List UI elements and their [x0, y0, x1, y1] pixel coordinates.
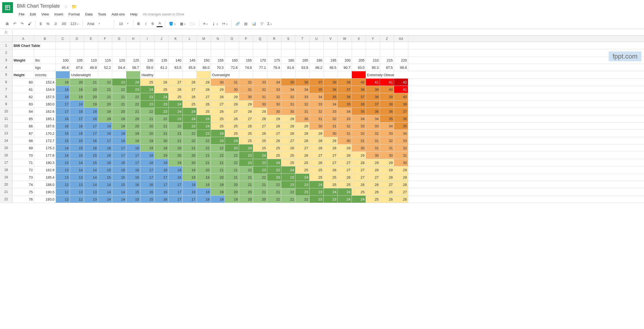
cell[interactable]: 31 — [324, 122, 338, 130]
cell[interactable]: 33 — [295, 93, 310, 100]
cell[interactable]: 37 — [394, 108, 408, 115]
cell[interactable]: 81.6 — [281, 64, 295, 71]
cell[interactable] — [324, 42, 338, 49]
cell[interactable]: 23 — [225, 144, 239, 151]
col-header-W[interactable]: W — [338, 36, 352, 42]
cell[interactable]: 18 — [140, 159, 154, 166]
cell[interactable]: 24 — [338, 196, 352, 203]
legend-healthy-swatch[interactable] — [126, 71, 140, 78]
cell[interactable] — [183, 71, 197, 78]
cell[interactable]: 42 — [394, 79, 408, 86]
cell[interactable]: 33 — [253, 79, 267, 86]
cell[interactable]: 23 — [239, 159, 253, 166]
cell[interactable]: 21 — [140, 115, 154, 122]
percent-button[interactable]: % — [45, 21, 51, 27]
col-header-L[interactable]: L — [183, 36, 197, 42]
cell[interactable]: 22 — [197, 137, 211, 144]
cell[interactable]: 59.0 — [140, 64, 154, 71]
cell[interactable]: 110 — [84, 57, 98, 64]
cell[interactable]: 27 — [295, 144, 310, 151]
cell[interactable]: 24 — [295, 174, 310, 181]
cell[interactable] — [366, 49, 380, 56]
cell[interactable]: 19 — [84, 101, 98, 108]
cell[interactable]: 12 — [56, 196, 70, 203]
cell[interactable]: 17 — [84, 130, 98, 137]
cell[interactable]: 28 — [253, 115, 267, 122]
cell[interactable]: 25 — [169, 93, 183, 100]
cell[interactable]: 62 — [12, 93, 34, 100]
cell[interactable]: 26 — [169, 86, 183, 93]
cell[interactable]: 205 — [352, 57, 366, 64]
cell[interactable]: 25 — [352, 188, 366, 195]
cell[interactable]: 29 — [267, 115, 281, 122]
cell[interactable]: 19 — [70, 93, 84, 100]
cell[interactable]: 27 — [211, 101, 225, 108]
cell[interactable]: 21 — [169, 137, 183, 144]
cell[interactable]: 73 — [12, 174, 34, 181]
cell[interactable]: 20 — [84, 93, 98, 100]
cell[interactable] — [295, 49, 310, 56]
cell[interactable]: 32 — [380, 137, 394, 144]
cell[interactable]: 19 — [70, 86, 84, 93]
cell[interactable]: 28 — [338, 152, 352, 159]
strike-button[interactable]: S — [150, 21, 156, 27]
cell[interactable]: 19 — [183, 166, 197, 173]
cell[interactable]: 70 — [12, 152, 34, 159]
cell[interactable]: 26 — [253, 130, 267, 137]
col-header-P[interactable]: P — [239, 36, 253, 42]
cell[interactable]: 20 — [253, 196, 267, 203]
cell[interactable]: 25 — [310, 166, 324, 173]
cell[interactable]: 18 — [183, 188, 197, 195]
cell[interactable]: 86.2 — [310, 64, 324, 71]
cell[interactable]: 182.9 — [34, 166, 56, 173]
cell[interactable]: 23 — [281, 181, 295, 188]
cell[interactable]: 17 — [112, 144, 126, 151]
cell[interactable]: 33 — [338, 115, 352, 122]
cell[interactable]: 135 — [154, 57, 169, 64]
cell[interactable] — [154, 42, 169, 49]
cell[interactable]: 15 — [56, 130, 70, 137]
cell[interactable]: 32 — [394, 144, 408, 151]
fill-color-button[interactable]: 🪣 ▾ — [167, 21, 177, 27]
cell[interactable]: 33 — [310, 101, 324, 108]
cell[interactable]: 31 — [239, 86, 253, 93]
cell[interactable]: 71 — [12, 159, 34, 166]
cell[interactable]: 25 — [253, 137, 267, 144]
cell[interactable]: 13 — [70, 174, 84, 181]
cell[interactable] — [169, 71, 183, 78]
cell[interactable]: 24 — [183, 115, 197, 122]
cell[interactable]: 23 — [253, 166, 267, 173]
cell[interactable]: 24 — [338, 188, 352, 195]
cell[interactable]: 23 — [281, 174, 295, 181]
cell[interactable]: 36 — [338, 93, 352, 100]
cell[interactable]: 23 — [211, 137, 225, 144]
col-header-F[interactable]: F — [98, 36, 112, 42]
cell[interactable]: 27 — [183, 86, 197, 93]
cell[interactable]: 61 — [12, 86, 34, 93]
cell[interactable]: 39 — [338, 79, 352, 86]
cell[interactable]: 28 — [197, 86, 211, 93]
cell[interactable] — [154, 71, 169, 78]
cell[interactable]: 34 — [324, 101, 338, 108]
cell[interactable]: 21 — [126, 108, 140, 115]
decrease-decimal-button[interactable]: .0 — [52, 21, 59, 27]
cell[interactable]: 24 — [169, 101, 183, 108]
cell[interactable] — [380, 42, 394, 49]
cell[interactable]: 22 — [239, 166, 253, 173]
cell[interactable]: 22 — [281, 188, 295, 195]
comment-icon[interactable]: ▤ — [243, 21, 249, 27]
cell[interactable]: 22 — [183, 137, 197, 144]
cell[interactable]: 157.5 — [34, 93, 56, 100]
cell[interactable]: 35 — [324, 93, 338, 100]
cell[interactable]: 39 — [380, 93, 394, 100]
col-header-T[interactable]: T — [295, 36, 310, 42]
cell[interactable]: 36 — [366, 108, 380, 115]
cell[interactable]: 20 — [197, 166, 211, 173]
cell[interactable]: 165.1 — [34, 115, 56, 122]
cell[interactable]: 14 — [70, 159, 84, 166]
cell[interactable]: 20 — [169, 144, 183, 151]
cell[interactable]: 25 — [338, 181, 352, 188]
menu-add-ons[interactable]: Add-ons — [109, 11, 127, 17]
cell[interactable]: 32 — [310, 108, 324, 115]
cell[interactable]: 100 — [56, 57, 70, 64]
